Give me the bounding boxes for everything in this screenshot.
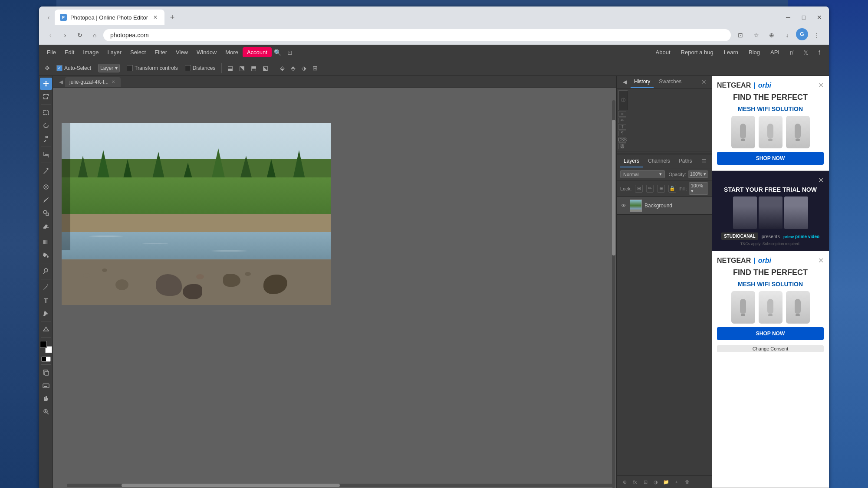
- download-icon[interactable]: ↓: [780, 28, 794, 42]
- tool-dodge[interactable]: [40, 265, 52, 277]
- back-button[interactable]: ‹: [44, 29, 56, 41]
- arrange-icon[interactable]: ⬗: [299, 63, 309, 73]
- browser-tab[interactable]: P Photopea | Online Photo Editor ✕: [55, 10, 164, 25]
- tool-custom-shape[interactable]: [40, 323, 52, 335]
- twitter-icon[interactable]: 𝕏: [799, 46, 812, 59]
- menu-filter[interactable]: Filter: [150, 47, 171, 57]
- menu-blog[interactable]: Blog: [744, 47, 764, 57]
- transform-controls-checkbox[interactable]: [127, 65, 133, 71]
- menu-account[interactable]: Account: [243, 47, 272, 57]
- tab-paths[interactable]: Paths: [675, 155, 696, 167]
- tab-back-button[interactable]: ‹: [43, 11, 55, 23]
- menu-window[interactable]: Window: [192, 47, 221, 57]
- tool-3d[interactable]: [40, 367, 52, 379]
- tool-move[interactable]: [40, 78, 52, 90]
- lock-image-btn[interactable]: ✏: [646, 185, 654, 193]
- layer-visibility-toggle[interactable]: 👁: [620, 202, 627, 209]
- ad1-close[interactable]: ✕: [818, 81, 824, 89]
- distances-toggle[interactable]: Distances: [182, 63, 218, 73]
- layer-new-btn[interactable]: +: [672, 478, 681, 486]
- distances-checkbox[interactable]: [185, 65, 191, 71]
- menu-edit[interactable]: Edit: [60, 47, 79, 57]
- image-icon-side[interactable]: 🖼: [618, 144, 626, 149]
- tool-eraser[interactable]: [40, 220, 52, 232]
- lock-transparent-btn[interactable]: ⊞: [635, 185, 643, 193]
- layer-group-btn[interactable]: 📁: [662, 478, 671, 486]
- tool-hand[interactable]: [40, 393, 52, 405]
- layer-select-dropdown[interactable]: Layer ▾: [95, 62, 122, 74]
- menu-select[interactable]: Select: [126, 47, 150, 57]
- canvas-tab-close[interactable]: ✕: [110, 79, 116, 85]
- home-button[interactable]: ⌂: [89, 29, 101, 41]
- fill-value[interactable]: 100% ▾: [689, 182, 708, 195]
- restore-button[interactable]: □: [798, 11, 810, 23]
- new-tab-button[interactable]: +: [166, 11, 178, 23]
- facebook-icon[interactable]: f: [813, 46, 825, 59]
- text-icon-side[interactable]: T: [618, 124, 626, 130]
- layer-mask-btn[interactable]: ⊡: [641, 478, 650, 486]
- horizontal-scrollbar-thumb[interactable]: [122, 484, 340, 487]
- vertical-scrollbar[interactable]: [612, 100, 615, 488]
- align-right-icon[interactable]: ⬒: [249, 63, 259, 73]
- info-icon[interactable]: ⓘ: [618, 90, 628, 110]
- menu-api[interactable]: API: [766, 47, 784, 57]
- horizontal-scrollbar[interactable]: [67, 484, 613, 487]
- paragraph-icon-side[interactable]: ¶: [618, 131, 626, 136]
- auto-select-toggle[interactable]: Auto-Select: [54, 63, 94, 73]
- screen-cast-icon[interactable]: ⊡: [733, 28, 747, 42]
- address-input[interactable]: [103, 29, 731, 41]
- vertical-scrollbar-thumb[interactable]: [612, 120, 615, 255]
- tool-path-select[interactable]: [40, 307, 52, 319]
- tool-brush[interactable]: [40, 194, 52, 206]
- layers-icon-side[interactable]: ≡: [618, 111, 626, 117]
- menu-about[interactable]: About: [651, 47, 675, 57]
- tab-layers[interactable]: Layers: [620, 155, 643, 167]
- align-top-icon[interactable]: ⬕: [260, 63, 270, 73]
- tool-healing[interactable]: [40, 181, 52, 193]
- ad1-cta[interactable]: SHOP NOW: [717, 152, 824, 165]
- search-icon[interactable]: 🔍: [272, 46, 284, 59]
- profile-button[interactable]: G: [796, 28, 808, 40]
- menu-view[interactable]: View: [171, 47, 192, 57]
- tool-gradient[interactable]: [40, 236, 52, 248]
- tab-channels[interactable]: Channels: [644, 155, 674, 167]
- layer-dropdown[interactable]: Layer ▾: [98, 64, 120, 72]
- blend-mode-dropdown[interactable]: Normal ▾: [620, 170, 665, 178]
- tool-clone[interactable]: [40, 207, 52, 219]
- quick-mask-icon[interactable]: [41, 357, 51, 362]
- layer-delete-btn[interactable]: 🗑: [683, 478, 691, 486]
- menu-layer[interactable]: Layer: [103, 47, 126, 57]
- history-panel-close[interactable]: ✕: [700, 78, 708, 86]
- menu-file[interactable]: File: [43, 47, 60, 57]
- transform-controls-toggle[interactable]: Transform controls: [124, 63, 181, 73]
- menu-image[interactable]: Image: [79, 47, 103, 57]
- reddit-icon[interactable]: r/: [786, 46, 798, 59]
- css-icon-side[interactable]: CSS: [618, 137, 626, 143]
- panel-toggle-left[interactable]: ◀: [56, 78, 65, 86]
- canvas-tab[interactable]: julie-guzal-4K-f... ✕: [65, 77, 121, 87]
- auto-select-checkbox[interactable]: [56, 65, 62, 71]
- menu-learn[interactable]: Learn: [720, 47, 743, 57]
- tool-pen[interactable]: [40, 281, 52, 293]
- fullscreen-icon[interactable]: ⊡: [284, 46, 296, 59]
- transform-icon[interactable]: ⊞: [310, 63, 320, 73]
- move-tool-icon[interactable]: ✥: [43, 63, 52, 73]
- ad2-close[interactable]: ✕: [818, 176, 824, 184]
- layer-adj-btn[interactable]: ◑: [651, 478, 660, 486]
- tab-swatches[interactable]: Swatches: [655, 76, 685, 88]
- menu-more[interactable]: More: [221, 47, 243, 57]
- tool-artboard[interactable]: [40, 91, 52, 103]
- tool-rect-select[interactable]: [40, 107, 52, 119]
- distribute-h-icon[interactable]: ⬙: [278, 63, 287, 73]
- tool-zoom[interactable]: [40, 406, 52, 418]
- tool-lasso[interactable]: [40, 120, 52, 132]
- tool-paint-bucket[interactable]: [40, 249, 52, 261]
- menu-dots-icon[interactable]: ⋮: [810, 28, 824, 42]
- distribute-v-icon[interactable]: ⬘: [289, 63, 298, 73]
- tool-text[interactable]: T: [40, 294, 52, 306]
- opacity-value[interactable]: 100% ▾: [688, 170, 708, 178]
- tab-close-button[interactable]: ✕: [151, 13, 159, 21]
- extensions-icon[interactable]: ⊕: [765, 28, 779, 42]
- layer-item[interactable]: 👁 Background: [617, 197, 712, 215]
- tool-crop[interactable]: [40, 149, 52, 161]
